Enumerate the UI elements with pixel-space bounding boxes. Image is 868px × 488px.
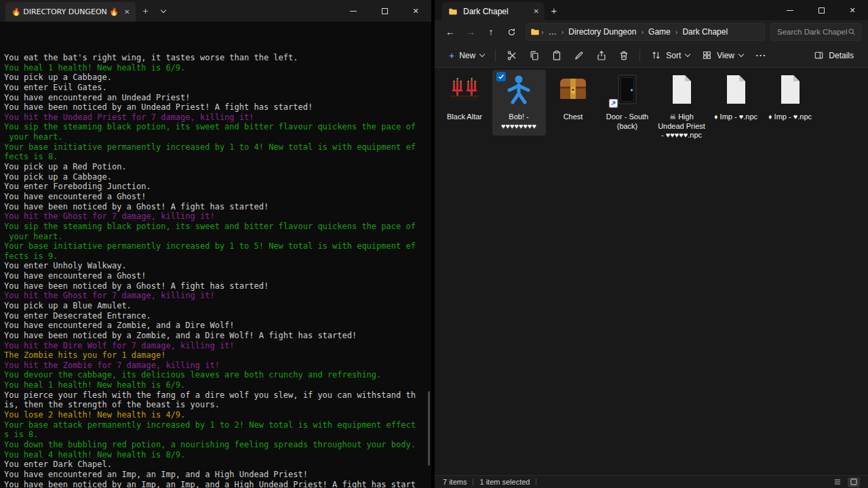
- details-pane-button[interactable]: Details: [808, 45, 860, 65]
- terminal-line: You lose 2 health! New health is 4/9.: [4, 410, 431, 420]
- desktop: 🔥 DIRECTORY DUNGEON 🔥 ✕ + ✕ You eat the …: [0, 0, 868, 488]
- npc-file-icon: [719, 73, 752, 106]
- terminal-line: Your base initiative permanently increas…: [4, 142, 431, 152]
- file-item[interactable]: ☠ High Undead Priest - ♥♥♥♥♥.npc: [655, 70, 709, 145]
- file-item[interactable]: Black Altar: [438, 70, 492, 127]
- icon-view-button[interactable]: [848, 477, 860, 487]
- terminal-output[interactable]: You eat the bat's right wing, it tastes …: [0, 22, 431, 488]
- view-button[interactable]: View: [696, 45, 749, 65]
- explorer-content[interactable]: Black Altar Bob! - ♥♥♥♥♥♥♥♥: [435, 68, 868, 475]
- maximize-button[interactable]: [369, 0, 400, 22]
- file-label: ♦ Imp - ♥.npc: [714, 113, 757, 122]
- file-grid: Black Altar Bob! - ♥♥♥♥♥♥♥♥: [437, 70, 868, 145]
- file-item[interactable]: Chest: [547, 70, 600, 127]
- file-item[interactable]: ♦ Imp - ♥.npc: [709, 70, 763, 127]
- rename-icon: [574, 50, 585, 61]
- refresh-button[interactable]: [501, 22, 521, 41]
- terminal-window-controls: ✕: [338, 0, 431, 22]
- terminal-line: You eat the bat's right wing, it tastes …: [4, 53, 431, 63]
- maximize-icon: [818, 7, 825, 14]
- breadcrumb-folder-icon: [530, 27, 540, 37]
- breadcrumb-item[interactable]: Dark Chapel: [679, 27, 731, 37]
- explorer-window-controls: ✕: [774, 0, 868, 20]
- chevron-down-icon: [161, 7, 166, 12]
- terminal-line: You hit the Ghost for 7 damage, killing …: [4, 291, 431, 301]
- paste-icon: [551, 50, 562, 61]
- explorer-tab[interactable]: Dark Chapel ✕: [441, 2, 545, 20]
- terminal-line: You enter Unholy Walkway.: [4, 261, 431, 271]
- breadcrumb-chevron-icon: ›: [560, 28, 566, 36]
- cut-button[interactable]: [500, 45, 523, 65]
- terminal-line: You have encountered a Zombie, and a Dir…: [4, 321, 431, 331]
- new-tab-button[interactable]: +: [136, 0, 155, 22]
- terminal-line: You have encountered a Ghost!: [4, 192, 431, 202]
- list-view-button[interactable]: [831, 477, 844, 487]
- explorer-window: Dark Chapel ✕ + ✕ ← → ↑ ›: [435, 0, 868, 488]
- rename-button[interactable]: [568, 45, 590, 65]
- file-label: ☠ High Undead Priest - ♥♥♥♥♥.npc: [656, 113, 707, 140]
- toolbar-divider: [639, 49, 640, 62]
- terminal-line: Your base initiative permanently increas…: [4, 241, 431, 251]
- terminal-line: You have encountered a Ghost!: [4, 271, 431, 281]
- terminal-line: You pierce your flesh with the fang of a…: [4, 390, 431, 401]
- more-icon: ⋯: [755, 49, 766, 62]
- tab-dropdown-button[interactable]: [155, 0, 172, 22]
- copy-button[interactable]: [523, 45, 545, 65]
- chevron-down-icon: [738, 52, 744, 57]
- terminal-titlebar[interactable]: 🔥 DIRECTORY DUNGEON 🔥 ✕ + ✕: [0, 0, 431, 22]
- more-options-button[interactable]: ⋯: [749, 45, 772, 65]
- breadcrumb-item[interactable]: Directory Dungeon: [565, 27, 639, 37]
- tab-close-icon[interactable]: ✕: [124, 8, 130, 16]
- close-button[interactable]: ✕: [400, 0, 431, 22]
- new-tab-button[interactable]: +: [545, 0, 564, 20]
- breadcrumb-chevron-icon: ›: [540, 28, 545, 36]
- close-button[interactable]: ✕: [837, 0, 868, 20]
- terminal-line: You have been noticed by a Ghost! A figh…: [4, 281, 431, 291]
- terminal-line: You have encountered an Imp, an Imp, and…: [4, 470, 431, 480]
- terminal-line: You have been noticed by a Zombie, and a…: [4, 331, 431, 341]
- forward-button[interactable]: →: [460, 22, 481, 41]
- file-label: Bob! - ♥♥♥♥♥♥♥♥: [494, 113, 545, 131]
- toolbar-divider: [495, 49, 496, 62]
- terminal-line: You hit the Dire Wolf for 7 damage, kill…: [4, 341, 431, 351]
- back-icon: ←: [446, 26, 455, 37]
- new-button-label: New: [459, 51, 475, 60]
- paste-button[interactable]: [545, 45, 568, 65]
- file-icon-box: [715, 73, 756, 109]
- terminal-line: You have been noticed by a Ghost! A figh…: [4, 202, 431, 212]
- file-item[interactable]: Bob! - ♥♥♥♥♥♥♥♥: [492, 70, 546, 136]
- file-icon-box: [607, 73, 648, 109]
- chevron-down-icon: [685, 52, 690, 57]
- terminal-line: You heal 4 health! New health is 8/9.: [4, 450, 431, 460]
- up-button[interactable]: ↑: [481, 22, 501, 41]
- black-altar-icon: [448, 73, 481, 106]
- maximize-button[interactable]: [806, 0, 837, 20]
- minimize-icon: [787, 10, 793, 11]
- minimize-button[interactable]: [774, 0, 806, 20]
- minimize-button[interactable]: [338, 0, 369, 22]
- sort-button[interactable]: Sort: [645, 45, 696, 65]
- plus-icon: +: [551, 5, 557, 16]
- back-button[interactable]: ←: [440, 22, 460, 41]
- new-button[interactable]: + New: [443, 45, 490, 65]
- explorer-titlebar[interactable]: Dark Chapel ✕ + ✕: [435, 0, 868, 20]
- delete-button[interactable]: [612, 45, 635, 65]
- tab-close-icon[interactable]: ✕: [534, 7, 539, 15]
- npc-file-icon: [665, 73, 698, 106]
- search-input[interactable]: [777, 28, 848, 36]
- terminal-tab[interactable]: 🔥 DIRECTORY DUNGEON 🔥 ✕: [5, 2, 136, 22]
- file-item[interactable]: ♦ Imp - ♥.npc: [764, 70, 817, 127]
- share-button[interactable]: [590, 45, 612, 65]
- breadcrumb-item[interactable]: Game: [645, 27, 674, 37]
- breadcrumb[interactable]: ›…›Directory Dungeon›Game›Dark Chapel: [526, 23, 765, 41]
- terminal-line: You have been noticed by an Imp, an Imp,…: [4, 480, 431, 488]
- breadcrumb-item[interactable]: …: [545, 27, 560, 37]
- terminal-scrollbar[interactable]: [428, 391, 430, 466]
- terminal-line: You hit the Zombie for 7 damage, killing…: [4, 361, 431, 371]
- view-grid-icon: [702, 50, 712, 60]
- terminal-line: You sip the steaming black potion, its s…: [4, 222, 431, 232]
- file-item[interactable]: Door - South (back): [601, 70, 654, 136]
- search-box[interactable]: [770, 23, 861, 41]
- minimize-icon: [350, 11, 357, 12]
- terminal-line: your heart.: [4, 132, 431, 142]
